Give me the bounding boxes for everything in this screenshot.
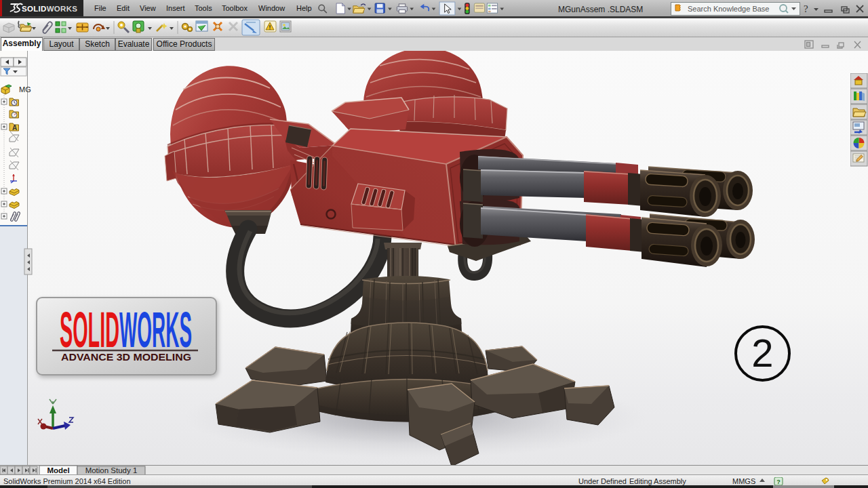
- svg-text:SOLID: SOLID: [60, 302, 119, 358]
- svg-text:MG: MG: [19, 85, 31, 94]
- svg-text:?: ?: [804, 3, 808, 14]
- svg-text:Model: Model: [47, 466, 69, 474]
- svg-text:A: A: [12, 124, 17, 131]
- svg-text:ADVANCE 3D MODELING: ADVANCE 3D MODELING: [61, 352, 191, 363]
- svg-text:?: ?: [776, 479, 781, 485]
- svg-text:Motion Study 1: Motion Study 1: [85, 466, 138, 474]
- svg-text:WORKS: WORKS: [119, 302, 192, 358]
